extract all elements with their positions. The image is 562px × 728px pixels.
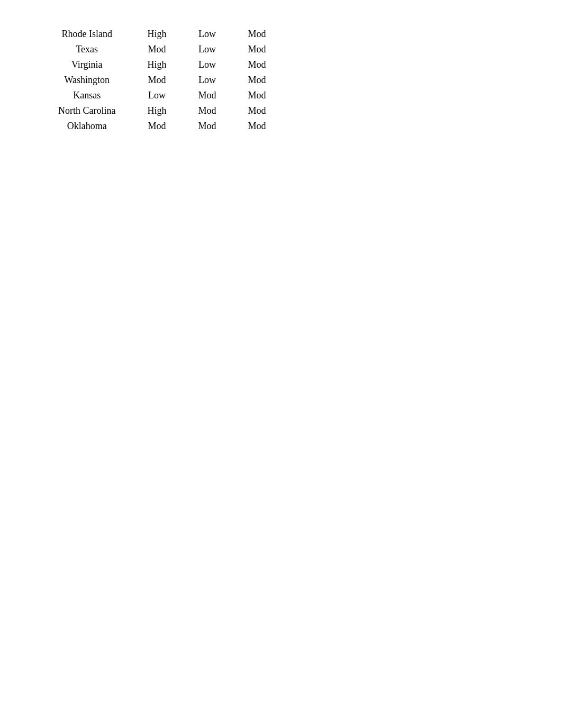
col3-cell: Mod: [232, 88, 282, 103]
col2-cell: Low: [182, 26, 232, 42]
col2-cell: Low: [182, 57, 232, 72]
col3-cell: Mod: [232, 26, 282, 42]
col2-cell: Mod: [182, 119, 232, 134]
table-row: TexasModLowMod: [42, 42, 282, 57]
col2-cell: Low: [182, 72, 232, 88]
table-row: VirginiaHighLowMod: [42, 57, 282, 72]
data-table: Rhode IslandHighLowModTexasModLowModVirg…: [42, 26, 282, 134]
col1-cell: High: [131, 103, 182, 119]
table-row: OklahomaModModMod: [42, 119, 282, 134]
col3-cell: Mod: [232, 119, 282, 134]
state-cell: Kansas: [42, 88, 131, 103]
col1-cell: High: [131, 57, 182, 72]
state-cell: Virginia: [42, 57, 131, 72]
col2-cell: Mod: [182, 88, 232, 103]
col3-cell: Mod: [232, 42, 282, 57]
col1-cell: Low: [131, 88, 182, 103]
state-cell: Oklahoma: [42, 119, 131, 134]
col2-cell: Low: [182, 42, 232, 57]
table-row: North CarolinaHighModMod: [42, 103, 282, 119]
state-cell: Rhode Island: [42, 26, 131, 42]
col1-cell: High: [131, 26, 182, 42]
col1-cell: Mod: [131, 119, 182, 134]
state-cell: Washington: [42, 72, 131, 88]
col3-cell: Mod: [232, 57, 282, 72]
table-row: KansasLowModMod: [42, 88, 282, 103]
table-row: WashingtonModLowMod: [42, 72, 282, 88]
state-cell: Texas: [42, 42, 131, 57]
col2-cell: Mod: [182, 103, 232, 119]
table-container: Rhode IslandHighLowModTexasModLowModVirg…: [0, 0, 562, 160]
col1-cell: Mod: [131, 42, 182, 57]
col1-cell: Mod: [131, 72, 182, 88]
col3-cell: Mod: [232, 103, 282, 119]
table-row: Rhode IslandHighLowMod: [42, 26, 282, 42]
state-cell: North Carolina: [42, 103, 131, 119]
col3-cell: Mod: [232, 72, 282, 88]
